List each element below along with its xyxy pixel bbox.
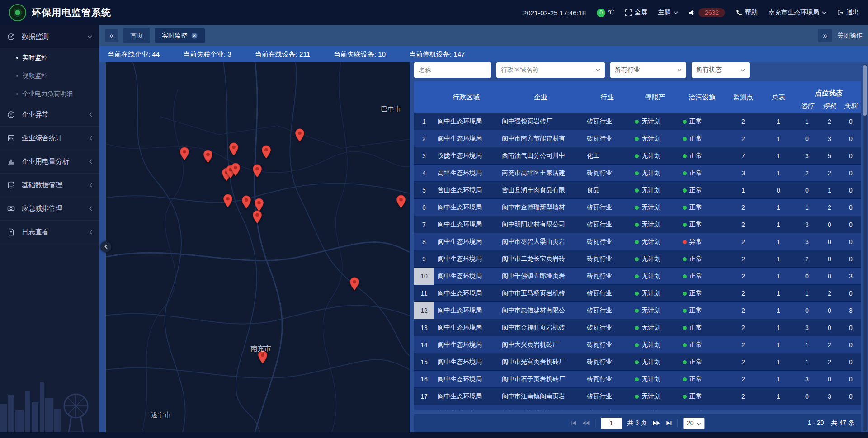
table-panel: 行政区域名称 所有行业 所有状态: [414, 62, 861, 432]
org-dropdown[interactable]: 南充市生态环境局: [769, 9, 826, 17]
sidebar-item-power-load-detail[interactable]: 企业电力负荷明细: [0, 85, 99, 103]
region-filter-select[interactable]: 行政区域名称: [496, 62, 605, 78]
cell-index: 2: [414, 130, 434, 147]
logout-button[interactable]: 退出: [837, 9, 859, 17]
map-pin-icon[interactable]: [295, 128, 305, 142]
sidebar-item-power-analysis[interactable]: 企业用电量分析: [0, 150, 99, 174]
name-filter-input[interactable]: [414, 62, 491, 78]
first-page-button[interactable]: [570, 420, 576, 426]
table-row[interactable]: 5营山生态环境局营山县润丰肉食品有限食品无计划正常10010: [414, 182, 861, 199]
map-pin-icon[interactable]: [252, 164, 262, 178]
alarm-indicator[interactable]: 2632: [689, 8, 725, 17]
sidebar-item-base-data[interactable]: 基础数据管理: [0, 174, 99, 197]
cell-region: 阆中生态环境局: [434, 289, 498, 297]
table-row[interactable]: 17阆中生态环境局阆中市江南镇阆南页岩砖瓦行业无计划正常21030: [414, 388, 861, 405]
close-operations-button[interactable]: 关闭操作: [837, 32, 863, 40]
table-row[interactable]: 9阆中生态环境局阆中市二龙长宝页岩砖砖瓦行业无计划正常21200: [414, 250, 861, 268]
sidebar-item-realtime-monitor[interactable]: 实时监控: [0, 49, 99, 67]
tab-home[interactable]: 首页: [123, 28, 150, 43]
cell-meter-count: 1: [761, 255, 796, 263]
cell-run-count: 2: [796, 255, 818, 263]
scrollbar-thumb[interactable]: [863, 65, 867, 116]
map-pin-icon[interactable]: [241, 195, 251, 209]
status-dot-icon: [683, 120, 687, 124]
col-stop: 停机: [818, 99, 841, 113]
map-pin-icon[interactable]: [349, 277, 359, 291]
map-pin-icon[interactable]: [396, 195, 406, 208]
last-page-button[interactable]: [665, 420, 672, 426]
map-pin-icon[interactable]: [261, 145, 271, 159]
next-page-button[interactable]: [652, 420, 660, 426]
status-filter-select[interactable]: 所有状态: [692, 62, 750, 78]
sidebar-item-data-monitor[interactable]: 数据监测: [0, 25, 99, 49]
cell-industry: 砖瓦行业: [583, 341, 631, 349]
table-row[interactable]: 1阆中生态环境局阆中强锐页岩砖厂砖瓦行业无计划正常21120: [414, 113, 861, 130]
sidebar-item-emergency-reduction[interactable]: 应急减排管理: [0, 197, 99, 221]
cell-index: 11: [414, 285, 434, 302]
cell-run-count: 3: [796, 152, 818, 160]
map-pin-icon[interactable]: [223, 194, 233, 207]
stats-bar: 当前在线企业: 44当前失联企业: 3当前在线设备: 211当前失联设备: 10…: [99, 46, 868, 62]
cell-industry: 砖瓦行业: [583, 289, 631, 297]
sidebar-item-company-statistics[interactable]: 企业综合统计: [0, 127, 99, 150]
cell-industry: 砖瓦行业: [583, 135, 631, 143]
map-pin-icon[interactable]: [231, 163, 241, 176]
cell-index: 10: [414, 268, 434, 285]
status-dot-icon: [635, 223, 639, 227]
table-row[interactable]: 15阆中生态环境局阆中市光富页岩机砖厂砖瓦行业无计划正常21120: [414, 353, 861, 371]
theme-dropdown[interactable]: 主题: [658, 9, 678, 17]
fullscreen-button[interactable]: 全屏: [625, 9, 647, 17]
cell-stop-count: 0: [818, 307, 841, 314]
industry-filter-select[interactable]: 所有行业: [610, 62, 686, 78]
table-row[interactable]: 6阆中生态环境局阆中市金博瑞新型墙材砖瓦行业无计划正常21120: [414, 199, 861, 216]
prev-page-button[interactable]: [582, 420, 590, 426]
cell-region: 阆中生态环境局: [434, 135, 498, 143]
cell-region: 阆中生态环境局: [434, 358, 498, 366]
cell-region: 阆中生态环境局: [434, 324, 498, 332]
page-number-input[interactable]: [601, 418, 622, 429]
tab-scroll-right-button[interactable]: »: [818, 29, 832, 42]
map-pin-icon[interactable]: [203, 150, 213, 163]
table-row[interactable]: 8阆中生态环境局阆中市枣碧大梁山页岩砖瓦行业无计划异常21300: [414, 233, 861, 250]
app-header: 环保用电监管系统 2021-02-25 17:46:18 0 ℃ 全屏 主题 2…: [0, 0, 868, 25]
table-row[interactable]: 11阆中生态环境局阆中市五马桥页岩机砖砖瓦行业无计划正常21120: [414, 285, 861, 302]
tab-realtime-monitor[interactable]: 实时监控: [155, 28, 205, 43]
map-canvas[interactable]: 巴中市南充市遂宁市: [106, 62, 410, 432]
alarm-count-badge: 2632: [698, 8, 725, 17]
help-button[interactable]: 帮助: [736, 9, 758, 17]
table-row[interactable]: 4高坪生态环境局南充市高坪区王家店建砖瓦行业无计划正常31220: [414, 165, 861, 182]
tab-scroll-left-button[interactable]: «: [105, 29, 118, 42]
table-row[interactable]: 7阆中生态环境局阆中明阳建材有限公司砖瓦行业无计划正常21300: [414, 216, 861, 233]
sidebar-item-log-view[interactable]: 日志查看: [0, 221, 99, 244]
sidebar-item-label: 应急减排管理: [22, 204, 62, 213]
sidebar-item-company-abnormal[interactable]: 企业异常: [0, 103, 99, 127]
page-size-select[interactable]: 20: [683, 418, 705, 429]
table-row[interactable]: 12阆中生态环境局阆中市忠信建材有限公砖瓦行业无计划正常21003: [414, 302, 861, 319]
close-icon[interactable]: [191, 33, 198, 39]
status-dot-icon: [683, 240, 687, 244]
cell-company: 阆中千佛镇五郎垭页岩: [498, 272, 583, 280]
sidebar-item-video-monitor[interactable]: 视频监控: [0, 67, 99, 85]
vertical-scrollbar[interactable]: [863, 64, 867, 431]
sidebar-item-label: 企业综合统计: [22, 134, 62, 142]
cell-lost-count: 0: [841, 152, 861, 160]
table-row[interactable]: 18南部生态环境局南部县瑞华建材有限公砖瓦行业无计划正常21030: [414, 405, 861, 410]
map-pin-icon[interactable]: [179, 147, 189, 160]
cell-index: 16: [414, 371, 434, 388]
map-pin-icon[interactable]: [229, 142, 239, 156]
map-panel[interactable]: 巴中市南充市遂宁市: [106, 62, 410, 432]
table-row[interactable]: 14阆中生态环境局阆中大兴页岩机砖厂砖瓦行业无计划正常21120: [414, 336, 861, 353]
table-row[interactable]: 13阆中生态环境局阆中市金福旺页岩机砖砖瓦行业无计划正常21300: [414, 319, 861, 336]
table-row[interactable]: 3仪陇生态环境局西南油气田分公司川中化工无计划正常71350: [414, 147, 861, 165]
cell-industry: 砖瓦行业: [583, 272, 631, 280]
logout-label: 退出: [846, 9, 859, 17]
cell-region: 阆中生态环境局: [434, 221, 498, 229]
table-row[interactable]: 16阆中生态环境局阆中市石子页岩机砖厂砖瓦行业无计划正常21300: [414, 371, 861, 388]
table-row[interactable]: 2阆中生态环境局阆中市南方节能建材有砖瓦行业无计划正常21030: [414, 130, 861, 147]
map-pin-icon[interactable]: [254, 198, 264, 212]
pagination-bar: 共 3 页 20 1 - 20 共 47 条: [414, 414, 861, 432]
map-collapse-button[interactable]: [100, 241, 111, 252]
map-pin-icon[interactable]: [252, 210, 262, 224]
cell-index: 7: [414, 216, 434, 233]
table-row[interactable]: 10阆中生态环境局阆中千佛镇五郎垭页岩砖瓦行业无计划正常21003: [414, 268, 861, 285]
